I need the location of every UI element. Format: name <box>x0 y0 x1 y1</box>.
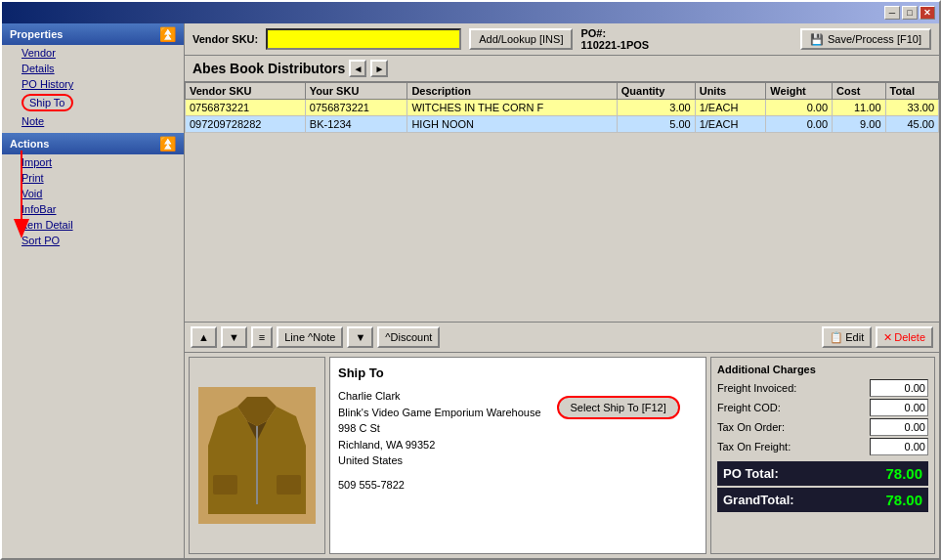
charges-rows: Freight Invoiced: Freight COD: Tax On Or… <box>717 379 928 455</box>
actions-collapse-icon: ⏫ <box>159 136 176 151</box>
col-units: Units <box>695 83 766 100</box>
actions-section-header[interactable]: Actions ⏫ <box>2 133 184 154</box>
distributor-header: Abes Book Distributors ◄ ► <box>185 56 939 82</box>
col-vendor-sku: Vendor SKU <box>186 83 306 100</box>
ship-to-panel: Ship To Charlie Clark Blink's Video Game… <box>329 357 706 554</box>
grand-total-label: GrandTotal: <box>723 493 794 507</box>
ship-to-title: Ship To <box>338 366 698 380</box>
charge-input[interactable] <box>870 379 928 397</box>
save-process-button[interactable]: 💾 Save/Process [F10] <box>800 28 931 50</box>
table-cell: 0.00 <box>766 100 833 116</box>
close-button[interactable]: ✕ <box>920 6 935 20</box>
col-weight: Weight <box>766 83 833 100</box>
product-image <box>189 357 325 554</box>
discount-button[interactable]: ^Discount <box>377 326 440 348</box>
table-cell: WITCHES IN THE CORN F <box>407 100 617 116</box>
sidebar-item-sort-po[interactable]: Sort PO <box>2 233 184 248</box>
sidebar-item-details[interactable]: Details <box>2 61 184 76</box>
ship-to-address1: 998 C St <box>338 420 541 437</box>
sidebar-item-infobar[interactable]: InfoBar <box>2 201 184 217</box>
ship-to-city-state: Richland, WA 99352 <box>338 437 541 453</box>
properties-section-header[interactable]: Properties ⏫ <box>2 23 184 45</box>
svg-rect-4 <box>213 475 237 495</box>
add-lookup-button[interactable]: Add/Lookup [INS] <box>469 28 573 50</box>
table-cell: 0.00 <box>766 116 833 133</box>
next-distributor-button[interactable]: ► <box>370 60 388 77</box>
table-cell: 0756873221 <box>305 100 407 116</box>
save-icon: 💾 <box>810 33 824 46</box>
charge-input[interactable] <box>870 399 928 416</box>
distributor-name: Abes Book Distributors <box>192 61 345 76</box>
sidebar-item-void[interactable]: Void <box>2 186 184 201</box>
actions-label: Actions <box>10 138 49 150</box>
table-cell: BK-1234 <box>305 116 407 133</box>
totals-area: PO Total: 78.00 GrandTotal: 78.00 <box>717 461 928 512</box>
prev-distributor-button[interactable]: ◄ <box>349 60 366 77</box>
po-number-label: PO#: 110221-1POS <box>580 27 649 51</box>
charge-input[interactable] <box>870 418 928 436</box>
charge-label: Freight COD: <box>717 402 781 413</box>
col-cost: Cost <box>833 83 885 100</box>
table-row[interactable]: 097209728282BK-1234HIGH NOON5.001/EACH0.… <box>186 116 939 133</box>
ship-to-name: Charlie Clark <box>338 388 541 405</box>
table-cell: 097209728282 <box>186 116 306 133</box>
col-your-sku: Your SKU <box>305 83 407 100</box>
properties-collapse-icon: ⏫ <box>159 26 176 42</box>
move-down-button[interactable]: ▼ <box>221 326 247 348</box>
title-bar: ─ □ ✕ <box>2 2 939 23</box>
ship-to-phone: 509 555-7822 <box>338 477 541 494</box>
table-cell: 9.00 <box>833 116 885 133</box>
charge-row: Freight COD: <box>717 399 928 416</box>
select-ship-to-wrapper: Select Ship To [F12] <box>557 388 680 419</box>
main-area: Vendor SKU: Add/Lookup [INS] PO#: 110221… <box>185 23 939 558</box>
edit-icon: 📋 <box>830 331 843 344</box>
charge-row: Tax On Order: <box>717 418 928 436</box>
charge-row: Freight Invoiced: <box>717 379 928 397</box>
table-cell: 33.00 <box>885 100 938 116</box>
delete-button[interactable]: ✕ Delete <box>876 326 933 348</box>
charge-label: Freight Invoiced: <box>717 382 796 394</box>
sidebar-item-item-detail[interactable]: Item Detail <box>2 217 184 233</box>
sidebar-item-import[interactable]: Import <box>2 154 184 170</box>
table-cell: 1/EACH <box>695 116 766 133</box>
po-total-value: 78.00 <box>885 465 922 482</box>
table-cell: 0756873221 <box>186 100 306 116</box>
col-quantity: Quantity <box>617 83 695 100</box>
title-bar-buttons: ─ □ ✕ <box>884 6 935 20</box>
col-total: Total <box>885 83 938 100</box>
line-note-button[interactable]: Line ^Note <box>277 326 343 348</box>
sidebar-item-print[interactable]: Print <box>2 170 184 186</box>
table-scroll[interactable]: Vendor SKU Your SKU Description Quantity… <box>185 82 939 322</box>
ship-to-country: United States <box>338 452 541 469</box>
sidebar-item-ship-to[interactable]: Ship To <box>2 92 184 113</box>
po-table: Vendor SKU Your SKU Description Quantity… <box>185 82 939 133</box>
vendor-sku-label: Vendor SKU: <box>192 33 258 45</box>
list-view-button[interactable]: ≡ <box>251 326 273 348</box>
table-area: Vendor SKU Your SKU Description Quantity… <box>185 82 939 353</box>
select-ship-to-button[interactable]: Select Ship To [F12] <box>557 396 680 419</box>
maximize-button[interactable]: □ <box>902 6 918 20</box>
col-description: Description <box>407 83 617 100</box>
sidebar-item-po-history[interactable]: PO History <box>2 76 184 92</box>
svg-rect-5 <box>277 475 301 495</box>
jacket-svg <box>198 387 316 524</box>
edit-button[interactable]: 📋 Edit <box>822 326 872 348</box>
sidebar: Properties ⏫ Vendor Details PO History S… <box>2 23 185 558</box>
table-cell: 1/EACH <box>695 100 766 116</box>
charge-label: Tax On Freight: <box>717 441 791 452</box>
grand-total-value: 78.00 <box>885 492 922 508</box>
main-window: ─ □ ✕ Properties ⏫ Vendor Details PO His… <box>0 0 941 560</box>
table-cell: 11.00 <box>833 100 885 116</box>
vendor-sku-input[interactable] <box>266 28 461 50</box>
sidebar-item-vendor[interactable]: Vendor <box>2 45 184 61</box>
charge-input[interactable] <box>870 438 928 455</box>
minimize-button[interactable]: ─ <box>884 6 900 20</box>
table-actions-bar: ▲ ▼ ≡ Line ^Note ▼ ^Discount 📋 Edit ✕ De… <box>185 322 939 353</box>
top-bar: Vendor SKU: Add/Lookup [INS] PO#: 110221… <box>185 23 939 56</box>
content-area: Properties ⏫ Vendor Details PO History S… <box>2 23 939 558</box>
charges-panel: Additional Charges Freight Invoiced: Fre… <box>710 357 935 554</box>
sidebar-item-note[interactable]: Note <box>2 113 184 129</box>
table-row[interactable]: 07568732210756873221WITCHES IN THE CORN … <box>186 100 939 116</box>
download-button[interactable]: ▼ <box>347 326 373 348</box>
move-up-button[interactable]: ▲ <box>191 326 217 348</box>
